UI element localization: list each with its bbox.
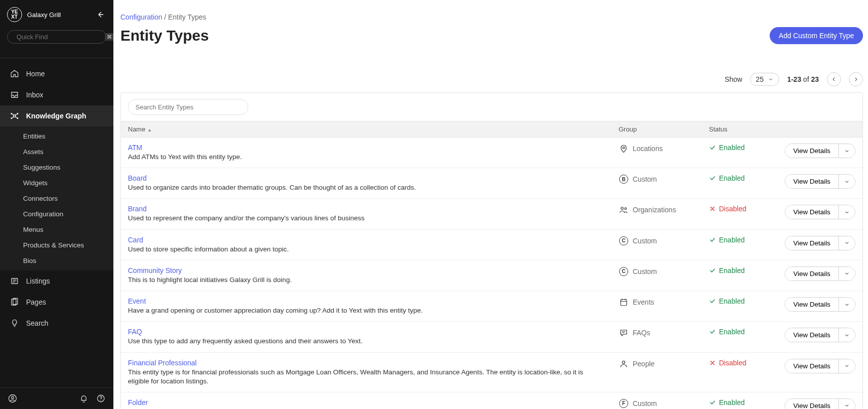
group-letter-icon: C	[619, 236, 629, 246]
status-badge: Enabled	[709, 236, 770, 244]
view-details-button[interactable]: View Details	[785, 175, 838, 188]
help-icon[interactable]	[96, 394, 105, 403]
bell-icon[interactable]	[79, 394, 88, 403]
group-label: Custom	[633, 399, 657, 407]
chevron-left-icon	[831, 76, 837, 82]
row-action-split: View Details	[785, 359, 855, 373]
nav-search[interactable]: Search	[0, 313, 113, 334]
brand[interactable]: YEXT Galaxy Grill	[7, 7, 61, 22]
nav-home[interactable]: Home	[0, 63, 113, 84]
calendar-icon	[619, 297, 629, 307]
pin-icon	[619, 144, 629, 154]
avatar-icon[interactable]	[8, 394, 17, 403]
row-action-more-button[interactable]	[838, 175, 855, 188]
nav-listings[interactable]: Listings	[0, 270, 113, 292]
check-icon	[709, 399, 716, 406]
nav-knowledge-graph[interactable]: Knowledge Graph	[0, 105, 113, 126]
row-action-more-button[interactable]	[838, 399, 855, 409]
entity-type-link[interactable]: Event	[128, 297, 146, 305]
entity-type-desc: This entity type is for financial profes…	[128, 368, 605, 386]
status-badge: Enabled	[709, 398, 770, 406]
subnav-widgets[interactable]: Widgets	[0, 175, 113, 191]
add-custom-entity-type-button[interactable]: Add Custom Entity Type	[770, 27, 863, 44]
row-action-more-button[interactable]	[838, 298, 855, 311]
person-icon	[619, 359, 629, 369]
nav-pages[interactable]: Pages	[0, 292, 113, 313]
view-details-button[interactable]: View Details	[785, 328, 838, 342]
view-details-button[interactable]: View Details	[785, 359, 838, 373]
entity-type-desc: Use this type to add any frequently aske…	[128, 337, 605, 346]
pager-prev-button[interactable]	[827, 72, 841, 86]
entity-type-link[interactable]: FAQ	[128, 328, 142, 336]
group-label: Locations	[633, 145, 663, 153]
subnav-assets[interactable]: Assets	[0, 144, 113, 160]
subnav-configuration[interactable]: Configuration	[0, 206, 113, 222]
entity-type-link[interactable]: Board	[128, 174, 147, 182]
row-action-more-button[interactable]	[838, 236, 855, 250]
subnav-products-services[interactable]: Products & Services	[0, 237, 113, 253]
view-details-button[interactable]: View Details	[785, 205, 838, 219]
nav-label: Listings	[26, 277, 50, 285]
subnav-suggestions[interactable]: Suggestions	[0, 160, 113, 175]
col-header-status[interactable]: Status	[702, 121, 777, 138]
entity-type-link[interactable]: Community Story	[128, 266, 182, 275]
check-icon	[709, 144, 716, 151]
row-action-more-button[interactable]	[838, 205, 855, 219]
nav-label: Inbox	[26, 91, 43, 99]
subnav-connectors[interactable]: Connectors	[0, 191, 113, 206]
view-details-button[interactable]: View Details	[785, 144, 838, 158]
back-button[interactable]	[94, 9, 106, 21]
subnav-entities[interactable]: Entities	[0, 128, 113, 144]
x-icon	[709, 359, 716, 366]
brand-name: Galaxy Grill	[27, 11, 61, 19]
row-action-more-button[interactable]	[838, 267, 855, 281]
breadcrumb-parent[interactable]: Configuration	[120, 13, 162, 21]
primary-nav: Home Inbox Knowledge Graph Entities Asse…	[0, 58, 113, 387]
entity-type-link[interactable]: Card	[128, 236, 143, 244]
group-cell: BCustom	[619, 174, 695, 184]
chevron-down-icon	[844, 402, 850, 408]
search-entity-types[interactable]	[128, 99, 248, 115]
entity-type-link[interactable]: ATM	[128, 144, 142, 152]
row-action-more-button[interactable]	[838, 328, 855, 342]
view-details-button[interactable]: View Details	[785, 298, 838, 311]
view-details-button[interactable]: View Details	[785, 399, 838, 409]
view-details-button[interactable]: View Details	[785, 236, 838, 250]
col-header-group[interactable]: Group	[612, 121, 702, 138]
col-header-name[interactable]: Name▲	[121, 121, 612, 138]
pager-counts: 1-23 of 23	[787, 75, 819, 83]
status-badge: Disabled	[709, 205, 770, 213]
quick-find[interactable]: ⌘ K	[7, 30, 106, 44]
entity-type-link[interactable]: Financial Professional	[128, 359, 197, 367]
table-row: FAQUse this type to add any frequently a…	[121, 322, 862, 352]
entity-type-desc: Add ATMs to Yext with this entity type.	[128, 153, 605, 162]
group-label: People	[633, 360, 655, 368]
search-entity-types-input[interactable]	[135, 103, 241, 111]
status-badge: Enabled	[709, 144, 770, 152]
page-size-select[interactable]: 25	[750, 73, 779, 86]
quick-find-input[interactable]	[17, 33, 101, 41]
subnav-bios[interactable]: Bios	[0, 253, 113, 268]
row-action-more-button[interactable]	[838, 359, 855, 373]
nav-label: Search	[26, 319, 48, 327]
subnav-knowledge-graph: Entities Assets Suggestions Widgets Conn…	[0, 126, 113, 270]
check-icon	[709, 267, 716, 274]
chat-icon	[619, 328, 629, 338]
table-row: ATMAdd ATMs to Yext with this entity typ…	[121, 138, 862, 168]
nav-inbox[interactable]: Inbox	[0, 84, 113, 105]
entity-type-desc: Used to represent the company and/or the…	[128, 214, 605, 223]
row-action-split: View Details	[785, 328, 855, 342]
inbox-icon	[10, 90, 19, 99]
listings-icon	[10, 277, 19, 286]
status-badge: Enabled	[709, 266, 770, 275]
chevron-down-icon	[768, 76, 774, 82]
entity-type-link[interactable]: Folder	[128, 398, 148, 406]
chevron-down-icon	[844, 179, 850, 185]
pager-next-button[interactable]	[849, 72, 863, 86]
row-action-split: View Details	[785, 266, 855, 281]
row-action-split: View Details	[785, 398, 855, 409]
entity-type-link[interactable]: Brand	[128, 205, 147, 213]
subnav-menus[interactable]: Menus	[0, 222, 113, 237]
row-action-more-button[interactable]	[838, 144, 855, 158]
view-details-button[interactable]: View Details	[785, 267, 838, 281]
